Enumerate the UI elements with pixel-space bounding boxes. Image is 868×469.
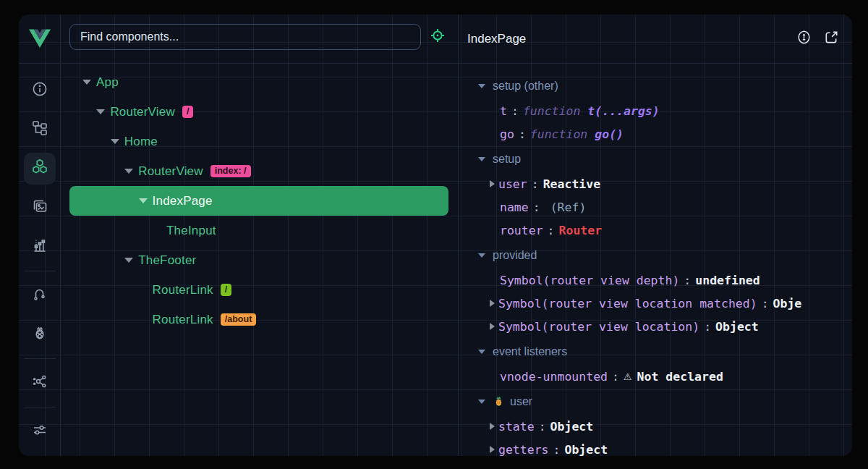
tree-toolbar [61,14,458,64]
tree-node-content: TheFooter [69,253,196,268]
sidebar-item-pinia[interactable] [24,318,56,350]
state-key: t [500,104,507,118]
expander-arrow-icon[interactable] [490,180,495,187]
tree-node[interactable]: RouterView/ [69,97,448,127]
sidebar-item-graph[interactable] [24,367,56,399]
state-section-header[interactable]: setup (other) [459,72,852,99]
state-section-header[interactable]: event listeners [459,338,852,365]
state-key: getters [498,443,549,457]
tree-node[interactable]: App [69,67,448,97]
state-row[interactable]: user:Reactive [459,172,852,195]
tree-node-content: RouterViewindex: / [69,164,251,179]
state-section-header[interactable]: user [459,388,852,415]
state-row[interactable]: getters:Object [459,438,852,456]
sidebar-item-router[interactable] [24,279,56,311]
expander-arrow-icon[interactable] [490,323,495,330]
mixer-levels-icon [31,237,48,257]
state-row[interactable]: Symbol(router view location):Object [459,315,852,338]
sidebar-item-component-hierarchy[interactable] [24,114,56,145]
sidebar-item-info[interactable] [24,75,56,106]
sidebar [19,14,61,456]
collapse-arrow-icon [478,253,485,258]
tree-node[interactable]: RouterLink/about [69,305,448,334]
key-value-separator: : [679,274,695,287]
key-value-separator: : [514,127,530,141]
state-row: go:functiongo() [459,122,852,145]
expand-arrow-icon[interactable] [124,258,133,263]
open-in-editor-button[interactable] [822,30,840,48]
scroll-to-component-icon [796,29,812,48]
state-row[interactable]: Symbol(router view location matched):Obj… [459,292,852,315]
key-value-separator: : [608,370,624,384]
target-crosshair-icon [429,27,446,47]
tree-node[interactable]: RouterViewindex: / [69,156,448,186]
tree-node-content: RouterLink/ [69,283,231,297]
route-badge: index: / [210,165,251,178]
component-name: IndexPage [153,194,213,208]
inspect-component-button[interactable] [428,24,447,50]
state-value: undefined [695,274,760,287]
state-row[interactable]: state:Object [459,415,852,438]
expand-arrow-icon[interactable] [124,169,133,174]
warning-icon: ⚠ [624,371,637,382]
component-name: RouterView [138,164,203,179]
tree-node-content: RouterView/ [69,105,193,119]
tree-node-content: Home [69,135,158,149]
expander-arrow-icon[interactable] [490,423,495,430]
tree-node-content: App [69,75,119,90]
component-name: RouterLink [153,313,213,327]
route-badge: /about [221,313,257,326]
state-section-label: user [510,395,532,408]
state-key: router [500,224,543,237]
tree-node[interactable]: Home [69,127,448,156]
state-value: Object [564,443,608,457]
pineapple-icon [31,324,48,345]
expander-arrow-icon[interactable] [490,300,495,307]
state-value: Obje [773,297,802,310]
sidebar-divider [24,358,56,359]
component-name: RouterLink [153,283,213,297]
collapse-arrow-icon [478,400,485,404]
expand-arrow-icon[interactable] [96,109,105,114]
inspector-panel: IndexPage [458,14,852,456]
key-value-separator: : [529,200,545,214]
scroll-to-component-button[interactable] [795,30,812,48]
state-section-label: setup (other) [493,80,558,93]
expand-arrow-icon[interactable] [82,80,91,85]
state-value: Object [550,420,594,434]
search-input[interactable] [69,24,421,50]
sidebar-items [19,64,60,451]
sliders-icon [31,421,48,441]
key-value-separator: : [543,224,559,237]
state-key: Symbol(router view depth) [500,274,679,287]
tree-node[interactable]: TheFooter [69,245,448,275]
graph-network-icon [31,373,48,393]
sidebar-item-timeline[interactable] [24,231,56,263]
state-row: vnode-unmounted:⚠Not declared [459,365,852,388]
tree-node-content: TheInput [69,224,216,238]
state-row: router:Router [459,219,852,242]
component-tree-panel: AppRouterView/HomeRouterViewindex: /Inde… [61,14,458,456]
expand-arrow-icon[interactable] [111,139,119,144]
state-key: Symbol(router view location) [498,320,699,334]
expand-arrow-icon[interactable] [139,198,148,203]
component-tree: AppRouterView/HomeRouterViewindex: /Inde… [61,64,458,456]
state-section-header[interactable]: setup [459,145,852,172]
expander-arrow-icon[interactable] [490,446,495,453]
sidebar-item-components[interactable] [24,153,56,185]
state-section-header[interactable]: provided [459,242,852,269]
pinia-pineapple-icon [493,395,505,407]
component-name: TheInput [166,224,216,238]
vue-devtools-window: AppRouterView/HomeRouterViewindex: /Inde… [19,14,852,456]
tree-node[interactable]: IndexPage [69,186,448,216]
state-value: Object [715,320,759,334]
state-key: name [500,200,529,214]
ref-value: (Ref) [545,200,587,214]
function-keyword: function [523,104,587,118]
tree-node[interactable]: RouterLink/ [69,275,448,305]
components-hexagons-icon [30,158,49,179]
tree-node[interactable]: TheInput [69,216,448,245]
sidebar-item-assets[interactable] [24,192,56,224]
sidebar-item-settings[interactable] [24,415,56,447]
state-key: vnode-unmounted [500,370,608,384]
